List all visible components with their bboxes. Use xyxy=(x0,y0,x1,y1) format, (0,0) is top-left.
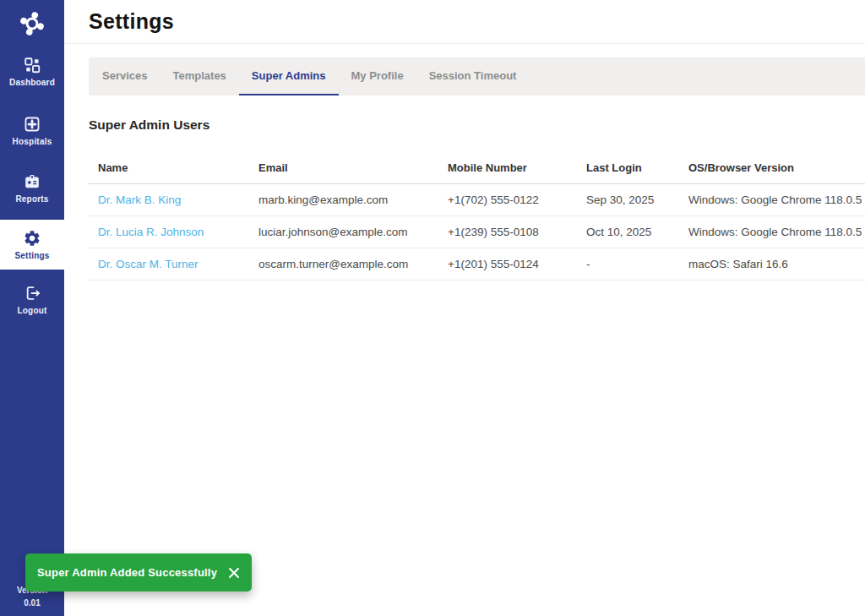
admin-os-browser: Windows: Google Chrome 118.0.5 xyxy=(688,226,865,238)
page-title: Settings xyxy=(89,9,174,34)
admin-name-link[interactable]: Dr. Mark B. King xyxy=(98,194,258,206)
sidebar-item-label: Settings xyxy=(14,251,49,260)
admin-name-link[interactable]: Dr. Lucia R. Johnson xyxy=(98,226,258,238)
logo-icon xyxy=(18,9,46,38)
sidebar-item-label: Hospitals xyxy=(13,137,52,146)
report-badge-icon xyxy=(23,172,41,191)
page-header: Settings xyxy=(64,0,865,44)
admin-email: luciar.johnson@example.com xyxy=(258,226,448,238)
admin-last-login: Oct 10, 2025 xyxy=(586,226,688,238)
tab-services[interactable]: Services xyxy=(90,57,160,95)
super-admins-table: Name Email Mobile Number Last Login OS/B… xyxy=(89,151,865,281)
column-header-mobile: Mobile Number xyxy=(448,161,586,174)
sidebar-item-label: Reports xyxy=(15,194,48,204)
tab-templates[interactable]: Templates xyxy=(160,57,239,95)
tab-super-admins[interactable]: Super Admins xyxy=(239,57,339,95)
toast-message: Super Admin Added Successfully xyxy=(37,566,217,579)
table-row: Dr. Lucia R. Johnson luciar.johnson@exam… xyxy=(89,216,865,248)
table-row: Dr. Oscar M. Turner oscarm.turner@exampl… xyxy=(89,248,865,281)
column-header-last-login: Last Login xyxy=(586,161,688,174)
sidebar-item-hospitals[interactable]: Hospitals xyxy=(0,109,64,152)
sidebar-item-reports[interactable]: Reports xyxy=(0,166,64,210)
admin-name-link[interactable]: Dr. Oscar M. Turner xyxy=(98,258,258,270)
admin-mobile: +1(239) 555-0108 xyxy=(448,226,586,238)
table-row: Dr. Mark B. King marb.king@example.com +… xyxy=(89,184,865,216)
version-number: 0.01 xyxy=(0,597,64,609)
column-header-name: Name xyxy=(98,161,258,174)
admin-mobile: +1(201) 555-0124 xyxy=(448,258,586,270)
sidebar-item-label: Dashboard xyxy=(9,78,55,87)
settings-tabbar: Services Templates Super Admins My Profi… xyxy=(89,57,865,95)
tab-my-profile[interactable]: My Profile xyxy=(339,57,416,95)
close-icon[interactable] xyxy=(228,567,240,579)
logout-icon xyxy=(23,284,41,303)
admin-email: oscarm.turner@example.com xyxy=(258,258,448,270)
gear-icon xyxy=(23,229,41,248)
main-content: Settings Services Templates Super Admins… xyxy=(64,0,865,616)
admin-email: marb.king@example.com xyxy=(258,194,448,206)
app-logo xyxy=(0,0,64,38)
sidebar-item-dashboard[interactable]: Dashboard xyxy=(0,50,64,93)
admin-os-browser: Windows: Google Chrome 118.0.5 xyxy=(688,194,865,206)
admin-last-login: - xyxy=(586,258,688,270)
column-header-os-browser: OS/Browser Version xyxy=(688,161,865,174)
sidebar-item-logout[interactable]: Logout xyxy=(0,278,64,321)
tab-session-timeout[interactable]: Session Timeout xyxy=(416,57,530,95)
admin-os-browser: macOS: Safari 16.6 xyxy=(688,258,865,270)
success-toast: Super Admin Added Successfully xyxy=(25,553,252,591)
column-header-email: Email xyxy=(258,161,448,174)
hospital-plus-icon xyxy=(23,115,41,134)
admin-last-login: Sep 30, 2025 xyxy=(586,194,688,206)
dashboard-icon xyxy=(23,56,41,74)
table-header-row: Name Email Mobile Number Last Login OS/B… xyxy=(89,151,865,184)
section-title: Super Admin Users xyxy=(89,117,865,133)
sidebar-item-label: Logout xyxy=(17,306,46,315)
admin-mobile: +1(702) 555-0122 xyxy=(448,194,586,206)
sidebar: Dashboard Hospitals Reports xyxy=(0,0,64,616)
sidebar-item-settings[interactable]: Settings xyxy=(0,220,64,270)
